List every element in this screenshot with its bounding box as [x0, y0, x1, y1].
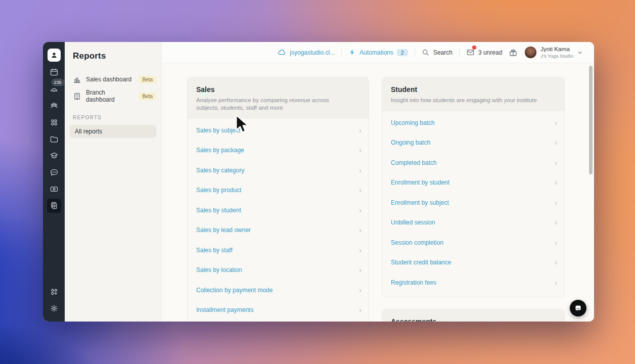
- chevron-right-icon: [359, 306, 361, 313]
- report-link-row[interactable]: Sales by location: [188, 260, 369, 281]
- chevron-right-icon: [359, 226, 361, 234]
- topbar-divider: [459, 48, 460, 57]
- chat-icon: [50, 168, 59, 177]
- automation-bolt-icon: [348, 49, 356, 56]
- workspace-switcher[interactable]: jsyogastudio.cl...: [278, 48, 335, 57]
- building-icon: [73, 92, 81, 101]
- rail-item-notifications[interactable]: 235: [47, 82, 61, 96]
- sidebar-item-all-reports[interactable]: All reports: [70, 125, 156, 138]
- report-link-row[interactable]: Sales by package: [188, 141, 369, 161]
- chevron-right-icon: [555, 159, 557, 166]
- chevron-down-icon: [577, 50, 583, 56]
- report-link-row[interactable]: Upcoming batch: [382, 113, 564, 133]
- report-link-row[interactable]: Registration fees: [382, 272, 564, 293]
- report-link-row[interactable]: Enrollment by subject: [382, 193, 564, 213]
- rail-item-courses[interactable]: [47, 149, 61, 163]
- report-link-row[interactable]: Student credit balance: [382, 253, 564, 273]
- app-logo[interactable]: [48, 49, 61, 62]
- rail-item-apps[interactable]: [47, 115, 61, 129]
- user-menu[interactable]: Jyoti Karna J's Yoga Studio: [524, 46, 583, 59]
- card-title: Assessments: [391, 317, 556, 322]
- chevron-right-icon: [359, 247, 361, 254]
- search-icon: [422, 49, 430, 57]
- report-link-row[interactable]: Sales by category: [188, 160, 369, 180]
- report-link-label: Sales by location: [196, 266, 242, 274]
- unread-dot: [472, 46, 476, 50]
- report-link-label: Sales by student: [196, 207, 241, 214]
- chevron-right-icon: [555, 199, 557, 206]
- app-rail: 235: [43, 42, 65, 322]
- rail-item-messages[interactable]: [47, 165, 61, 179]
- report-link-label: Enrollment by student: [391, 179, 449, 186]
- report-link-row[interactable]: Session completion: [382, 233, 564, 253]
- sales-report-card: Sales Analyse performance by comparing r…: [187, 77, 369, 322]
- calendar-icon: [50, 68, 59, 77]
- rail-item-reports[interactable]: [47, 199, 61, 213]
- rail-item-payments[interactable]: [47, 182, 61, 196]
- rail-item-add-apps[interactable]: [47, 285, 61, 299]
- student-card-header: Student Insight into how students are en…: [382, 77, 564, 111]
- rail-item-settings[interactable]: [47, 301, 61, 315]
- sidebar-item-label: Branch dashboard: [86, 89, 134, 103]
- report-link-row[interactable]: Enrollment by student: [382, 173, 564, 193]
- report-link-row[interactable]: Completed batch: [382, 153, 564, 173]
- report-link-row[interactable]: Installment payments: [188, 300, 369, 321]
- rail-item-files[interactable]: [47, 132, 61, 146]
- logo-icon: [50, 51, 58, 59]
- chevron-right-icon: [555, 239, 557, 246]
- payments-icon: [50, 185, 59, 194]
- reports-sidebar: Reports Sales dashboard Beta Branch dash…: [65, 42, 162, 322]
- report-link-label: Sales by staff: [196, 247, 233, 254]
- report-link-label: Sales by product: [196, 187, 241, 194]
- student-report-card: Student Insight into how students are en…: [382, 77, 565, 297]
- report-link-label: Session completion: [391, 239, 443, 246]
- sidebar-section-label: REPORTS: [73, 115, 155, 120]
- report-link-row[interactable]: Sales by student: [188, 200, 369, 220]
- report-link-row[interactable]: Sales by staff: [188, 240, 369, 260]
- inbox-button[interactable]: 3 unread: [466, 48, 502, 57]
- automations-label: Automations: [359, 49, 393, 56]
- avatar: [524, 46, 537, 59]
- student-report-list: Upcoming batch Ongoing batch: [382, 111, 564, 297]
- sales-card-header: Sales Analyse performance by comparing r…: [188, 77, 369, 119]
- reports-icon: [50, 201, 59, 210]
- reports-content: Sales Analyse performance by comparing r…: [162, 63, 594, 322]
- folder-icon: [50, 134, 59, 144]
- chat-launcher-button[interactable]: [570, 300, 586, 316]
- inbox-icon-wrap: [466, 48, 475, 57]
- chevron-right-icon: [359, 147, 361, 154]
- search-button[interactable]: Search: [422, 49, 452, 57]
- sidebar-item-branch-dashboard[interactable]: Branch dashboard Beta: [71, 89, 156, 103]
- card-title: Sales: [196, 85, 360, 94]
- chevron-right-icon: [359, 187, 361, 194]
- chevron-right-icon: [359, 266, 361, 274]
- card-description: Analyse performance by comparing revenue…: [196, 97, 353, 112]
- report-link-row[interactable]: Sales by lead owner: [188, 220, 369, 241]
- report-link-label: Sales by package: [196, 147, 244, 154]
- report-link-row[interactable]: Ongoing batch: [382, 133, 564, 153]
- rail-item-calendar[interactable]: [47, 65, 61, 79]
- report-link-label: Upcoming batch: [391, 119, 435, 126]
- report-link-label: Registration fees: [391, 279, 436, 286]
- gift-button[interactable]: [509, 48, 518, 57]
- sidebar-item-sales-dashboard[interactable]: Sales dashboard Beta: [71, 73, 156, 86]
- notification-count-badge: 235: [52, 79, 64, 86]
- automations-count-badge: 2: [397, 49, 408, 56]
- report-link-label: Completed batch: [391, 159, 437, 166]
- chat-bubble-icon: [574, 304, 582, 312]
- automations-button[interactable]: Automations 2: [348, 49, 408, 56]
- chevron-right-icon: [359, 127, 361, 134]
- vertical-scrollbar[interactable]: [589, 66, 593, 174]
- report-link-label: Installment payments: [196, 306, 253, 313]
- report-link-label: Collection by payment mode: [196, 287, 273, 294]
- report-link-row[interactable]: Collection by payment mode: [188, 280, 369, 300]
- report-link-row[interactable]: Sales by product: [188, 180, 369, 201]
- report-link-row[interactable]: Sales by subject: [188, 120, 369, 141]
- search-label: Search: [433, 49, 452, 56]
- report-link-row[interactable]: Unbilled session: [382, 213, 564, 233]
- rail-item-community[interactable]: [47, 99, 61, 113]
- card-description: Insight into how students are engaging w…: [391, 97, 548, 104]
- user-text: Jyoti Karna J's Yoga Studio: [540, 46, 573, 59]
- community-icon: [50, 101, 59, 110]
- unread-label: 3 unread: [478, 49, 502, 56]
